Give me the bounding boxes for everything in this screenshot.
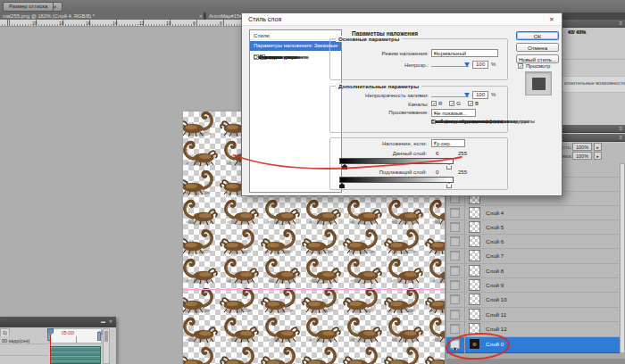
opacity-label: сть:: [562, 143, 572, 152]
layer-thumbnail[interactable]: [469, 207, 480, 219]
underlying-gradient[interactable]: [339, 177, 454, 183]
dock-menu-icon[interactable]: ≡: [619, 21, 622, 26]
scorpion-sprite: [349, 260, 381, 284]
preview-checkbox[interactable]: ✓: [518, 63, 523, 69]
ruler-tick: [76, 336, 77, 343]
panel-menu-icon[interactable]: ≡: [619, 135, 622, 140]
visibility-toggle[interactable]: [450, 222, 460, 232]
scorpion-sprite: [385, 230, 417, 254]
right-dock-header[interactable]: ≡: [562, 20, 625, 28]
scorpion-sprite: [308, 201, 340, 225]
layers-scrollbar[interactable]: [620, 163, 625, 353]
document-tab-0[interactable]: mal255.png @ 162% (Слой 4, RGB/8) *✕: [0, 12, 204, 20]
layer-thumbnail[interactable]: [469, 338, 480, 350]
layer-row-Слой 10[interactable]: Слой 10: [446, 293, 625, 308]
timeline-titlebar[interactable]: ▬ ✕: [0, 317, 116, 327]
opacity-value[interactable]: 100: [472, 61, 488, 69]
scrollbar-thumb[interactable]: [104, 331, 108, 342]
timeline-scrollbar[interactable]: [103, 328, 110, 364]
knockout-dropdown[interactable]: Не показыв...▾: [431, 109, 476, 117]
this-layer-white-marker[interactable]: [446, 164, 452, 170]
visibility-toggle[interactable]: [450, 339, 460, 349]
opacity-slider[interactable]: [431, 66, 469, 67]
visibility-toggle[interactable]: [450, 251, 460, 261]
layer-thumbnail[interactable]: [469, 265, 480, 277]
layer-row-Слой 6[interactable]: Слой 6: [446, 235, 625, 249]
visibility-toggle[interactable]: [450, 236, 460, 246]
close-icon[interactable]: ✕: [546, 15, 558, 24]
layer-thumbnail[interactable]: [469, 221, 480, 233]
scorpion-sprite: [221, 230, 253, 254]
styles-list-header[interactable]: Стили: [250, 30, 341, 40]
layer-row-Слой 0[interactable]: Слой 0: [446, 337, 625, 353]
track-separator: [0, 343, 48, 344]
visibility-toggle[interactable]: [450, 266, 460, 276]
underlying-black-marker[interactable]: [339, 183, 345, 188]
options-button-3[interactable]: Размер оттиска: [3, 2, 54, 12]
fill-slider-arrow-icon[interactable]: ▸: [594, 152, 602, 160]
cancel-button[interactable]: Отмена: [516, 43, 559, 52]
layer-thumbnail[interactable]: [469, 294, 480, 305]
layer-row-Слой 5[interactable]: Слой 5: [446, 220, 625, 235]
scorpion-sprite: [183, 230, 212, 254]
visibility-toggle[interactable]: [450, 208, 460, 218]
layer-row-Слой 8[interactable]: Слой 8: [446, 264, 625, 278]
opacity-slider-arrow-icon[interactable]: ▸: [594, 143, 602, 151]
timeline-tab-fragment[interactable]: 0): [0, 328, 10, 336]
blend-if-label: Наложение, если:: [348, 141, 427, 146]
layer-row-Слой 9[interactable]: Слой 9: [446, 278, 625, 293]
channel-checkbox-R[interactable]: ✓: [431, 101, 437, 106]
layer-thumbnail[interactable]: [469, 236, 480, 247]
scorpion-sprite: [385, 289, 417, 313]
fill-opacity-slider[interactable]: [431, 96, 469, 97]
styles-list-selected-item[interactable]: Параметры наложения: Заказные: [250, 41, 341, 51]
ok-button[interactable]: ОК: [516, 31, 559, 40]
layer-thumbnail[interactable]: [469, 323, 480, 335]
ruler-number: 10: [166, 20, 171, 27]
work-area-end-handle[interactable]: [97, 332, 101, 341]
layer-row-Слой 11[interactable]: Слой 11: [446, 308, 625, 322]
layer-row-Слой 4[interactable]: Слой 4: [446, 206, 625, 220]
layer-row-Слой 12[interactable]: Слой 12: [446, 322, 625, 337]
minimize-icon[interactable]: ▬: [101, 318, 107, 324]
layer-thumbnail[interactable]: [469, 279, 480, 291]
style-item-11[interactable]: Обводка: [250, 53, 254, 62]
knockout-label: Просвечивание:: [366, 110, 429, 115]
opacity-slider-thumb[interactable]: [464, 62, 470, 67]
layer-row-Слой 7[interactable]: Слой 7: [446, 249, 625, 264]
layer-thumbnail[interactable]: [469, 309, 480, 320]
close-icon[interactable]: ✕: [109, 318, 114, 324]
new-style-button[interactable]: Новый стиль...: [516, 54, 559, 63]
dialog-titlebar[interactable]: Стиль слоя ✕: [242, 13, 562, 26]
fill-opacity-slider-thumb[interactable]: [464, 93, 470, 97]
underlying-white-marker[interactable]: [446, 183, 452, 188]
visibility-toggle[interactable]: [450, 280, 460, 290]
visibility-toggle[interactable]: [450, 324, 460, 334]
layer-thumbnail[interactable]: [469, 250, 480, 261]
this-layer-gradient[interactable]: [339, 158, 454, 164]
channel-label: B: [475, 101, 479, 106]
channel-R[interactable]: ✓R: [431, 101, 442, 106]
fill-opacity-value[interactable]: 100: [472, 91, 488, 99]
tab-label: mal255.png @ 162% (Слой 4, RGB/8) *: [3, 13, 95, 19]
tab-close-icon[interactable]: ✕: [199, 12, 203, 20]
fill-field[interactable]: 100%: [572, 152, 592, 160]
scorpion-sprite: [267, 201, 299, 225]
channel-G[interactable]: ✓G: [449, 101, 461, 106]
opacity-unit: %: [491, 62, 496, 67]
timeline-ruler[interactable]: 05:00f10:0: [49, 328, 102, 343]
channel-B[interactable]: ✓B: [468, 101, 479, 106]
blend-if-dropdown[interactable]: Гр.сер.▾: [431, 139, 465, 147]
channel-checkbox-B[interactable]: ✓: [468, 101, 473, 106]
this-layer-black-marker[interactable]: [342, 164, 347, 170]
preview-toggle[interactable]: ✓ Просмотр: [518, 63, 550, 69]
scorpion-sprite: [385, 348, 417, 364]
dialog-title: Стиль слоя: [248, 16, 281, 22]
blend-mode-dropdown[interactable]: Нормальный▾: [431, 49, 498, 57]
channel-checkbox-G[interactable]: ✓: [449, 101, 454, 106]
opacity-field[interactable]: 100%: [572, 143, 592, 151]
panel-menu-icon[interactable]: ≡: [619, 126, 622, 131]
video-track-bars[interactable]: [50, 346, 101, 364]
visibility-toggle[interactable]: [450, 310, 460, 319]
visibility-toggle[interactable]: [450, 294, 460, 304]
